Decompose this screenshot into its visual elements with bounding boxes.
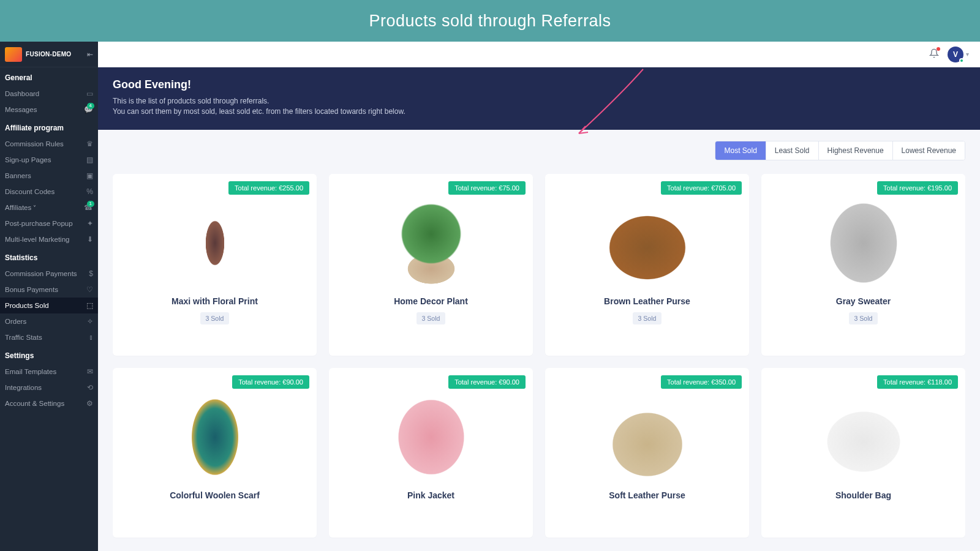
brand-name: FUSION-DEMO — [26, 51, 71, 58]
sidebar-item-commission-rules[interactable]: Commission Rules♛ — [0, 136, 98, 152]
product-name: Maxi with Floral Print — [172, 296, 258, 306]
sign-up-pages-icon: ▤ — [86, 156, 93, 164]
sidebar-item-multi-level-marketing[interactable]: Multi-level Marketing⬇ — [0, 231, 98, 247]
sold-badge: 3 Sold — [849, 312, 878, 324]
revenue-badge: Total revenue: €705.00 — [661, 181, 742, 195]
integrations-icon: ⟲ — [87, 383, 93, 392]
sidebar-item-orders[interactable]: Orders✧ — [0, 313, 98, 329]
sidebar-item-label: Banners — [5, 172, 31, 179]
banners-icon: ▣ — [86, 171, 93, 180]
sidebar-item-label: Products Sold — [5, 302, 49, 309]
product-name: Pink Jacket — [407, 490, 454, 500]
product-card[interactable]: Total revenue: €118.00Shoulder Bag — [761, 368, 965, 538]
sidebar-item-traffic-stats[interactable]: Traffic Stats⫾ — [0, 329, 98, 345]
account-settings-icon: ⚙ — [86, 399, 93, 408]
sidebar-item-dashboard[interactable]: Dashboard▭ — [0, 86, 98, 102]
product-card[interactable]: Total revenue: €90.00Pink Jacket — [329, 368, 533, 538]
email-templates-icon: ✉ — [87, 367, 93, 376]
page-description-1: This is the list of products sold throug… — [113, 96, 965, 107]
sidebar-item-label: Commission Payments — [5, 270, 77, 277]
filter-highest-revenue[interactable]: Highest Revenue — [819, 141, 893, 160]
sold-badge: 3 Sold — [633, 312, 662, 324]
products-sold-icon: ⬚ — [86, 301, 93, 310]
sidebar-item-email-templates[interactable]: Email Templates✉ — [0, 364, 98, 380]
sidebar-item-label: Messages — [5, 106, 37, 113]
product-name: Colorful Woolen Scarf — [170, 490, 260, 500]
product-name: Home Decor Plant — [394, 296, 468, 306]
product-image — [385, 197, 477, 289]
sidebar-item-discount-codes[interactable]: Discount Codes% — [0, 184, 98, 200]
bonus-payments-icon: ♡ — [86, 285, 93, 294]
product-card[interactable]: Total revenue: €705.00Brown Leather Purs… — [545, 174, 749, 356]
sidebar-item-integrations[interactable]: Integrations⟲ — [0, 380, 98, 395]
sidebar-item-label: Traffic Stats — [5, 334, 42, 341]
filter-lowest-revenue[interactable]: Lowest Revenue — [893, 141, 965, 160]
collapse-icon[interactable]: ⇤ — [87, 50, 93, 59]
product-image — [169, 197, 261, 289]
product-name: Brown Leather Purse — [604, 296, 690, 306]
chevron-down-icon: ▾ — [966, 51, 969, 58]
product-name: Shoulder Bag — [835, 490, 891, 500]
product-card[interactable]: Total revenue: €90.00Colorful Woolen Sca… — [113, 368, 317, 538]
user-menu[interactable]: V ▾ — [948, 47, 969, 62]
presence-dot — [959, 58, 964, 63]
sidebar-item-affiliates[interactable]: Affiliates ˅☎1 — [0, 200, 98, 216]
product-image — [601, 391, 693, 483]
orders-icon: ✧ — [87, 317, 93, 326]
sidebar-item-messages[interactable]: Messages💬4 — [0, 102, 98, 118]
product-card[interactable]: Total revenue: €350.00Soft Leather Purse — [545, 368, 749, 538]
page-hero: Good Evening! This is the list of produc… — [98, 67, 980, 130]
product-card[interactable]: Total revenue: €195.00Gray Sweater3 Sold — [761, 174, 965, 356]
sidebar-item-post-purchase-popup[interactable]: Post-purchase Popup✦ — [0, 216, 98, 231]
product-image — [601, 197, 693, 289]
sidebar-item-label: Affiliates — [5, 204, 31, 211]
badge: 4 — [87, 103, 94, 109]
main-content: V ▾ Good Evening! This is the list of pr… — [98, 42, 980, 551]
product-card[interactable]: Total revenue: €255.00Maxi with Floral P… — [113, 174, 317, 356]
product-name: Gray Sweater — [836, 296, 891, 306]
sidebar-item-label: Account & Settings — [5, 400, 64, 407]
badge: 1 — [87, 201, 94, 207]
product-card[interactable]: Total revenue: €75.00Home Decor Plant3 S… — [329, 174, 533, 356]
sidebar-item-label: Post-purchase Popup — [5, 220, 73, 227]
sidebar-section-title: Settings — [0, 345, 98, 364]
product-image — [818, 197, 910, 289]
brand-logo — [5, 47, 22, 62]
product-image — [385, 391, 477, 483]
sidebar-item-label: Email Templates — [5, 368, 56, 375]
sidebar-item-banners[interactable]: Banners▣ — [0, 168, 98, 184]
revenue-badge: Total revenue: €118.00 — [877, 375, 958, 389]
sidebar-item-commission-payments[interactable]: Commission Payments$ — [0, 266, 98, 282]
revenue-badge: Total revenue: €90.00 — [448, 375, 526, 389]
sidebar-item-label: Sign-up Pages — [5, 156, 51, 163]
page-description-2: You can sort them by most sold, least so… — [113, 107, 965, 117]
revenue-badge: Total revenue: €75.00 — [448, 181, 526, 195]
product-image — [818, 391, 910, 483]
sidebar: FUSION-DEMO ⇤ GeneralDashboard▭Messages💬… — [0, 42, 98, 551]
sidebar-item-label: Bonus Payments — [5, 286, 58, 293]
product-image — [169, 391, 261, 483]
annotation-banner: Products sold through Referrals — [0, 0, 980, 42]
filter-most-sold[interactable]: Most Sold — [715, 141, 766, 160]
filter-least-sold[interactable]: Least Sold — [766, 141, 819, 160]
chevron-down-icon: ˅ — [33, 204, 36, 211]
revenue-badge: Total revenue: €350.00 — [661, 375, 742, 389]
notifications-button[interactable] — [929, 48, 939, 61]
sidebar-item-account-settings[interactable]: Account & Settings⚙ — [0, 395, 98, 411]
annotation-title: Products sold through Referrals — [369, 12, 611, 31]
post-purchase-popup-icon: ✦ — [87, 219, 93, 228]
sidebar-item-label: Dashboard — [5, 90, 39, 97]
sold-badge: 3 Sold — [417, 312, 446, 324]
commission-payments-icon: $ — [89, 269, 93, 278]
page-title: Good Evening! — [113, 78, 965, 91]
sidebar-item-bonus-payments[interactable]: Bonus Payments♡ — [0, 282, 98, 298]
notification-dot — [937, 47, 940, 51]
avatar-initial: V — [953, 50, 958, 59]
product-name: Soft Leather Purse — [609, 490, 685, 500]
revenue-badge: Total revenue: €90.00 — [232, 375, 309, 389]
sidebar-item-label: Integrations — [5, 384, 42, 391]
sidebar-item-products-sold[interactable]: Products Sold⬚ — [0, 298, 98, 313]
topbar: V ▾ — [98, 42, 980, 67]
sidebar-item-sign-up-pages[interactable]: Sign-up Pages▤ — [0, 152, 98, 168]
multi-level-marketing-icon: ⬇ — [87, 235, 93, 244]
